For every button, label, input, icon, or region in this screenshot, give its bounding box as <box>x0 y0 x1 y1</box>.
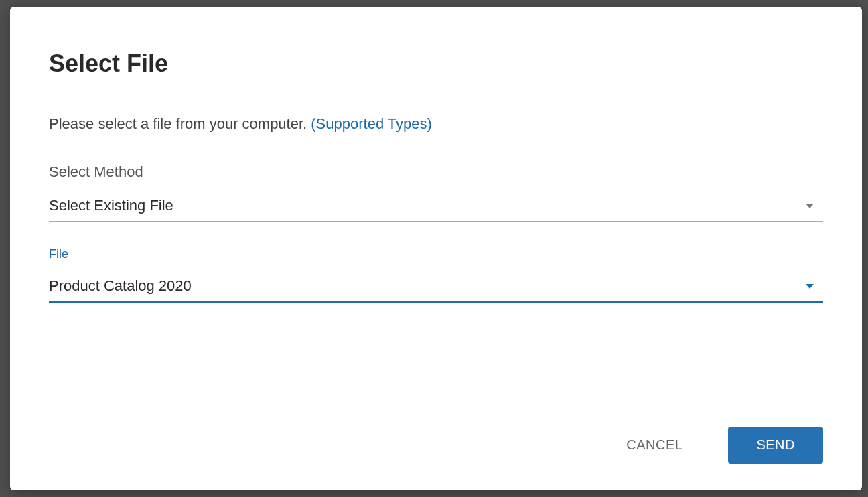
dialog-actions: CANCEL SEND <box>49 400 823 464</box>
dialog-title: Select File <box>49 50 823 78</box>
select-method-value: Select Existing File <box>49 197 173 214</box>
cancel-button[interactable]: CANCEL <box>607 427 701 464</box>
select-method-dropdown[interactable]: Select Existing File <box>49 192 823 222</box>
file-dropdown[interactable]: Product Catalog 2020 <box>49 272 823 303</box>
file-label: File <box>49 247 823 261</box>
file-field: File Product Catalog 2020 <box>49 247 823 303</box>
instruction-text: Please select a file from your computer.… <box>49 115 823 133</box>
select-method-field: Select Method Select Existing File <box>49 163 823 222</box>
supported-types-link[interactable]: (Supported Types) <box>311 115 432 132</box>
select-file-dialog: Select File Please select a file from yo… <box>10 7 862 490</box>
send-button[interactable]: SEND <box>728 427 823 464</box>
select-method-label: Select Method <box>49 163 823 181</box>
instruction-prefix: Please select a file from your computer. <box>49 115 311 132</box>
chevron-down-icon <box>806 204 814 208</box>
chevron-down-icon <box>806 284 814 289</box>
file-value: Product Catalog 2020 <box>49 277 192 295</box>
